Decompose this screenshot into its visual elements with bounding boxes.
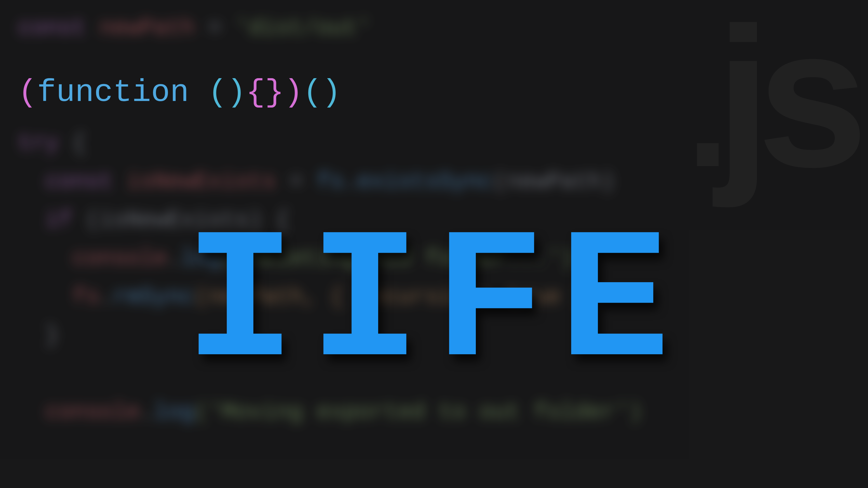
function-keyword: function	[37, 74, 189, 110]
paren-open: (	[18, 74, 37, 110]
paren-close: )	[284, 74, 303, 110]
paren-pair-inner: ()	[208, 74, 246, 110]
paren-invoke: ()	[303, 74, 341, 110]
js-text: js	[716, 0, 855, 208]
brace-pair: {}	[246, 74, 284, 110]
space	[189, 74, 208, 110]
iife-code-snippet: (function (){})()	[18, 74, 341, 110]
js-dot: .	[686, 27, 716, 199]
js-watermark-icon: .js	[686, 18, 855, 172]
iife-title: IIFE	[184, 213, 684, 398]
